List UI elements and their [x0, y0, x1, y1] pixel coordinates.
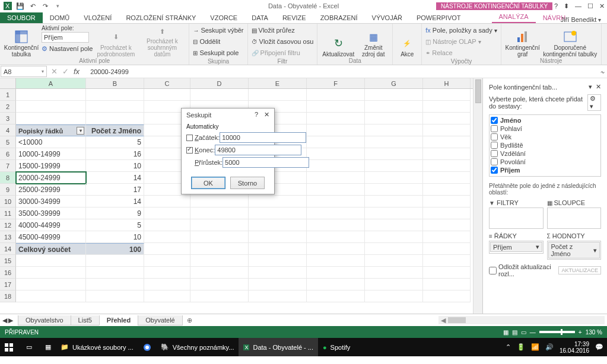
cell[interactable]	[365, 101, 423, 113]
cell[interactable]	[365, 160, 423, 172]
row-header[interactable]: 13	[0, 231, 16, 243]
cell[interactable]	[365, 243, 423, 255]
task-view-icon[interactable]: ▭	[21, 338, 37, 356]
cell[interactable]	[86, 255, 144, 267]
field-list[interactable]: JménoPohlavíVěkBydlištěVzděláníPovoláníP…	[489, 114, 601, 177]
excel-icon[interactable]: X	[2, 1, 13, 11]
field-item[interactable]: Povolání	[491, 158, 599, 166]
cell[interactable]: 15000-19999	[16, 160, 86, 172]
cell[interactable]	[307, 243, 365, 255]
undo-icon[interactable]: ↶	[27, 1, 38, 11]
cell[interactable]	[249, 196, 307, 207]
cell[interactable]	[423, 136, 471, 148]
layout-options-icon[interactable]: ⚙ ▾	[587, 94, 601, 111]
sheet-nav-prev-icon[interactable]: ◀	[2, 317, 7, 324]
cell[interactable]: <10000	[16, 136, 86, 148]
field-checkbox[interactable]	[491, 133, 498, 141]
cell[interactable]	[16, 255, 86, 267]
cell[interactable]	[144, 255, 190, 267]
cell[interactable]	[249, 255, 307, 267]
save-icon[interactable]: 💾	[15, 1, 26, 11]
cell[interactable]	[423, 255, 471, 267]
taskbar-item[interactable]: ● Spotify	[318, 338, 355, 356]
active-field-input[interactable]	[42, 32, 89, 43]
row-header[interactable]: 2	[0, 101, 16, 113]
cell[interactable]	[86, 89, 144, 101]
tray-battery-icon[interactable]: 🔋	[517, 343, 525, 351]
cell[interactable]	[307, 290, 365, 302]
insert-slicer-button[interactable]: ▤ Vložit průřez	[252, 25, 314, 36]
refresh-button[interactable]: ↻Aktualizovat	[321, 25, 355, 58]
cell[interactable]	[307, 207, 365, 219]
cell[interactable]	[423, 172, 471, 184]
start-input[interactable]	[220, 132, 306, 143]
values-area[interactable]: Počet z Jméno▾	[547, 241, 602, 260]
field-checkbox[interactable]	[491, 150, 498, 157]
insert-timeline-button[interactable]: ⏱ Vložit časovou osu	[252, 36, 314, 47]
cell[interactable]	[365, 219, 423, 231]
vertical-scrollbar[interactable]	[473, 78, 482, 314]
cell[interactable]	[365, 148, 423, 160]
start-checkbox[interactable]	[186, 135, 193, 141]
cell[interactable]	[365, 113, 423, 124]
cell[interactable]	[307, 267, 365, 279]
cell[interactable]	[423, 89, 471, 101]
cell[interactable]	[307, 124, 365, 136]
cell[interactable]	[365, 255, 423, 267]
row-header[interactable]: 7	[0, 160, 16, 172]
values-area-item[interactable]: Počet z Jméno▾	[548, 242, 600, 258]
task-pane-close-icon[interactable]: ✕	[596, 83, 601, 91]
group-selection-button[interactable]: → Seskupit výběr	[193, 25, 243, 36]
tab-data[interactable]: DATA	[244, 12, 275, 23]
row-header[interactable]: 9	[0, 184, 16, 196]
cell[interactable]	[86, 113, 144, 124]
taskbar-app-icon[interactable]: ▦	[40, 338, 56, 356]
cell[interactable]	[307, 196, 365, 207]
cell[interactable]: 5	[86, 219, 144, 231]
field-checkbox[interactable]	[491, 167, 498, 174]
sheet-tab[interactable]: Přehled	[99, 315, 138, 325]
start-button[interactable]	[0, 338, 18, 356]
cell[interactable]	[423, 113, 471, 124]
add-sheet-button[interactable]: ⊕	[182, 315, 197, 325]
cell[interactable]	[190, 243, 249, 255]
cell[interactable]: 9	[86, 207, 144, 219]
cell[interactable]	[190, 207, 249, 219]
cell[interactable]	[307, 279, 365, 290]
customize-icon[interactable]: ▾	[52, 1, 63, 11]
sheet-tab[interactable]: Obyvatelstvo	[18, 315, 71, 325]
filters-area[interactable]	[489, 207, 544, 229]
cell[interactable]: 25000-29999	[16, 184, 86, 196]
row-header[interactable]: 16	[0, 267, 16, 279]
ribbon-collapse-icon[interactable]: ⬍	[564, 2, 569, 10]
cell[interactable]	[86, 267, 144, 279]
cell[interactable]	[190, 267, 249, 279]
formula-input[interactable]: 20000-24999	[84, 68, 129, 75]
cell[interactable]: 16	[86, 148, 144, 160]
column-header[interactable]: D	[190, 78, 249, 88]
row-header[interactable]: 8	[0, 172, 16, 184]
filter-dropdown-icon[interactable]: ▾	[77, 127, 84, 135]
actions-button[interactable]: ⚡Akce	[396, 25, 418, 58]
tab-pagelayout[interactable]: ROZLOŽENÍ STRÁNKY	[119, 12, 203, 23]
cell[interactable]	[423, 243, 471, 255]
row-header[interactable]: 5	[0, 136, 16, 148]
cell[interactable]	[365, 184, 423, 196]
tab-analyze[interactable]: ANALÝZA	[492, 11, 536, 23]
row-header[interactable]: 15	[0, 255, 16, 267]
field-checkbox[interactable]	[491, 117, 498, 124]
column-header[interactable]: B	[86, 78, 144, 88]
cell[interactable]	[249, 219, 307, 231]
field-item[interactable]: Příjem	[491, 166, 599, 174]
cell[interactable]: 5	[86, 136, 144, 148]
pivot-chart-button[interactable]: Kontingenční graf	[505, 25, 541, 58]
fields-items-button[interactable]: fx Pole, položky a sady ▾	[425, 25, 497, 36]
cell[interactable]	[423, 231, 471, 243]
cell[interactable]	[16, 290, 86, 302]
rows-area[interactable]: Příjem▾	[489, 241, 544, 254]
row-header[interactable]: 14	[0, 243, 16, 255]
cell[interactable]	[86, 279, 144, 290]
ungroup-button[interactable]: ⊟ Oddělit	[193, 36, 243, 47]
zoom-slider[interactable]	[539, 331, 575, 333]
cell[interactable]	[16, 267, 86, 279]
